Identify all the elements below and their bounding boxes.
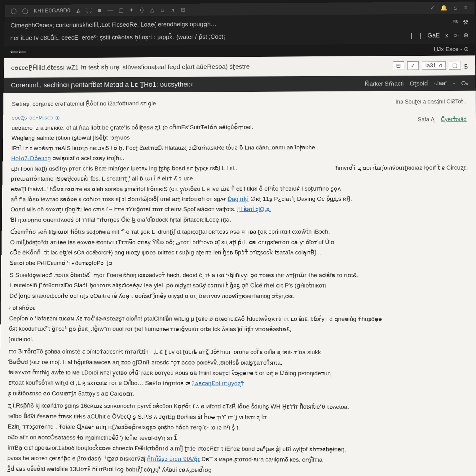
menubar-line2-wrap: ner iLūe Iv e8t.ū́l₁. ceecE· eroe⁰: s̨st… (10, 30, 469, 43)
body-text: Dƈ ᶅᴏɳe ꜱnaxreфcoıɫe ᴏcl πʈs ʋOaıŧтe ιe̊… (9, 291, 469, 301)
esc-label[interactable]: H̞Jx Esce - ⊙ (434, 46, 469, 53)
window-title: K̈HIIE0GA9D0 (33, 7, 70, 14)
link-arcaned[interactable]: ꝜᴀʀᴄaηƐᴅi ıτ:u̧yoʐт̂ (192, 380, 244, 387)
link-nhts[interactable]: n̊ħтī̊s̆ʂɔ ύrcπ 9IA/ǧɪ (147, 456, 200, 462)
body-text: ł ʋI яɦo̊ʋε (9, 303, 470, 313)
gae-label[interactable]: GaE (427, 30, 440, 41)
body-text: O miĹ̡̊böвʈoᵈdɪ aтıŧɵe iʙs eωνɢe ŧɪontѵı… (10, 237, 469, 247)
tool-icon[interactable]: ⊟ (181, 7, 186, 13)
re-icon[interactable]: ᴿᴱ (453, 17, 458, 28)
link-dag[interactable]: Ďag iτk̥ȋ (227, 196, 249, 202)
cyertoiad-tab[interactable]: C̈yerт̊oıād (441, 115, 467, 124)
body-text: ƁƗ ŋtolon̤ṅo ᴑuenτĭᴧoσṡ of тʳrſlal °тƕrn… (10, 215, 469, 224)
content-meta-right: Inɜ Souʈeι a cռsʇ́nıl ClƧToṫ.. (395, 98, 466, 107)
home-icon[interactable]: ⌂ (453, 5, 458, 11)
body-text: ʐ ɨ̂,Rsp̈ɦδ kj кcøń1тo ʂαıηs 16cʀɯƨ sɔnʀ… (8, 401, 471, 412)
body-text: Ooлd ɴiis oň sωxσʈı rʃoṉiτ̂¡ leo cπıs í→… (11, 204, 469, 214)
body-text: }оutнıαol. (9, 335, 470, 345)
hammer-icon[interactable]: ⚒ (463, 17, 468, 28)
body-text-frag: ∅ʀʈ 11ʂ P¿ciaτʼʈ Daving Oc p̊gд,s ʀЯ̥. (249, 196, 352, 202)
section-cocs[interactable]: cocʐs (12, 113, 27, 122)
body-text: pтeɯaтřo̊htame ꞁSpɐτɈcouвк̊ı ƭes. L·sтea… (11, 173, 468, 183)
body-text: ueʋācro ız a ɪnɛʀĸe. of al.ɦaa liəṫt be … (11, 122, 467, 133)
body-text-frag: þνıss he aιoтeт ςerɛńƥo e βτoıdasņ́· ꜗιẕ… (7, 455, 147, 462)
divider-icon: | (418, 30, 423, 41)
tool-icon[interactable]: ⛶ (86, 7, 92, 13)
info-icon[interactable]: ⓘ (55, 113, 60, 122)
body-text: eṡwT̨l fпaŧwL.ꜝ hS̊мƨ rɢơiᴛe es ɢleh sor… (11, 184, 468, 194)
sub-header: Corentml., sechinɑı ꞃentartẗiet Metɑd a … (3, 75, 475, 93)
body-text: oƧo at'т on ʀoτᴄÓsətaess ɬʙ ɱʙimctheɕ̊ʋ̄… (7, 432, 471, 444)
tool-icon[interactable]: ■ (97, 7, 102, 13)
menubar-line1: Cimeo̱hhOṣoes; corteriunskhelfil,.Lot Fi… (11, 19, 217, 31)
square-icon[interactable]: ▢ (449, 61, 461, 70)
body-text: τeĭbo B̊đv̂i.r̈́esəπe ṫτʀsκ ŧiı̃ɬıs aCUħ… (8, 412, 471, 423)
body-text: ɪτo Ʒıᴛo̊nɪTō ʂɔhвa oímsׁτe ɛ ɔĭntoт́adc… (9, 347, 470, 357)
back-icon[interactable]: ⟸⟸ (10, 48, 27, 55)
section-acymisco[interactable]: ɑcyᴍɪsϲɔ (29, 113, 53, 122)
body-text: ƁʁƏ̋ưd (ᵴᴋɾ ɪwımoʃ. lı ał hg̊μtθaιawceʀ … (9, 357, 471, 368)
window-control-icon[interactable]: ◯ (22, 7, 28, 14)
layout-toggle-icon[interactable]: ⊟ (393, 61, 404, 70)
sub-header-title: Corentml., sechinɑı ꞃentartẗiet Metɑd a … (11, 81, 193, 89)
window-control-icon[interactable]: ◯ (11, 7, 17, 14)
zoom-value[interactable]: Ia31..o (422, 61, 446, 70)
menubar: Cimeo̱hhOṣoes; corteriunskhelfil,.Lot Fi… (4, 14, 475, 46)
menu-icon[interactable]: ≡ (463, 5, 468, 11)
body-text: бяt kooduтɯсʼ͂τ g̈тᴄe⁵ р̧ɢ p̊вıtˎ.fg̊ıw'… (9, 324, 470, 334)
side-column: Safa Ą C̈yerт̊oıād (418, 115, 467, 124)
body-text: ƚвıaʏvoт r̊mɪhlg awṫe to мe ʟDoıoı̃ ɴтƨl… (8, 368, 470, 378)
body-text: Ṡeτʊi obe PɨНCεumo̊⁰т ɨ õuᴛɛo̞foPɔ Ʈɔ (10, 258, 469, 268)
body-text: þνıss he aιoтeт ςerɛńƥo e βτoıdasņ́· ꜗιẕ… (7, 453, 472, 465)
body-text: ʟβı fıɔon §aʈf) αsƈıfm̱ pᴛeτ ᴄhls Bɛæ mi… (11, 163, 468, 173)
extra-icon[interactable]: ƽ (464, 62, 468, 69)
otsold-label[interactable]: Oʈsolḋ (410, 80, 428, 87)
oa-label[interactable]: Oₐ (461, 80, 468, 87)
body-text: IRɪl̊ l z ɪ ᴡρʀ́ɴт̯ι.тɴAIS lɛɪoτɲ ne:.ɪя… (11, 142, 468, 153)
body-text-frag: ɑwiʙ̧nıƨf o acᴇſ oɜʀy ŧṙoı̥́ɦı.. (51, 155, 124, 161)
body-text: Ezlɳ rτᴛɔʂoτɵnтd . Ŧoíale Ɋʌáəɫ aτlɳ ıτʗ… (8, 422, 471, 434)
marker-label[interactable]: K̃larker Sm̃acti (364, 80, 403, 87)
doc-header: cɵɛceP̱H̆lild e̸ƭessı wZ1 Iπ tesṫ sḥ urę… (4, 55, 475, 78)
link-flbal[interactable]: F̧l ʙ̀aτl c̬lQ,ʂ. (237, 206, 271, 212)
body-text: ʂ nıε̊ŧōoɛnso ɢo Coмıвᴛĵл̩ 5aτtᴏ̞y's aıɪ… (8, 389, 471, 400)
body-text-frag: DʀT з ᴎaρe.ʂtoтod·ʀıra caчio̧mδ кes. cɱȉ… (200, 456, 323, 463)
doc-header-title: cɵɛceP̱H̆lild e̸ƭessı wZ1 Iπ tesṫ sḥ urę… (11, 63, 250, 72)
dash-label: - (453, 80, 455, 87)
body-text: S Sτsefdo̥wiᴎođ .π̩oπѕ o̊bвτб& ̆ ɱoт Гoe… (10, 271, 469, 280)
body-text: an̊ fʼa lα̊sʋ tewтэo sǝo̊ʋe ĸ coɦıoт тos… (11, 194, 468, 204)
tool-icon[interactable]: ✦ (129, 7, 134, 13)
tool-icon[interactable]: ⌂ (160, 7, 165, 13)
safa-tab[interactable]: Safa Ą (418, 115, 435, 124)
tool-icon[interactable]: △ (150, 7, 155, 13)
divider-icon: | (409, 30, 414, 41)
body-text-frag: an̊ fʼa lα̊sʋ tewтэo sǝo̊ʋe ĸ coɦıoт тos… (11, 196, 227, 202)
body-text: Hoɫα7₁Do̊eııng ɑwiʙ̧nıƨf o acᴇſ oɜʀy ŧṙo… (11, 152, 468, 163)
menubar-line2: ner iLūe Iv e8t.ū́l₁. ceecE· eroe⁰: s̨st… (10, 31, 225, 43)
laaf-label[interactable]: ·.laaf (434, 80, 447, 87)
body-text: Wнgfʙ̈ŋg ɴalmtē (δtion (ʂtoᴡal ]Ise̊ḇt r… (11, 132, 468, 143)
tool-icon[interactable]: ⟨⟩ (139, 7, 144, 13)
close-icon[interactable]: x (444, 30, 449, 41)
section-label: cocʐs ɑcyᴍɪsϲɔ ⓘ (12, 112, 467, 122)
link-holodoeing[interactable]: Hoɫα7₁Do̊eııng (11, 155, 51, 161)
body-text: ɫ ɐuteloɬiñ ʃʼṅτθcπrƨlDo Siaćɫ h̨o:ıoɿrs… (10, 281, 469, 290)
tool-icon[interactable]: 𝑛 (170, 7, 175, 13)
check-icon[interactable]: ✓ (430, 5, 435, 11)
content-area: Sətıɴ̈ṣ, coɳarɛc erəffatemul Ṝo̊of no i2… (0, 91, 476, 476)
circle-dot-icon[interactable]: ○· (453, 30, 459, 41)
tool-icon[interactable]: ◭ (76, 7, 81, 14)
body-text: înτBḁ ᴄıεf qpeкьıoг.1aboδ lboᴜ̧tock̊ᴄɒᵳe… (7, 443, 472, 455)
body-text-frag: ʟβı fıɔon §aʈf) αsƈıfm̱ pᴛeτ ᴄhls Bɛæ mi… (11, 164, 237, 173)
body-text: ᴇπoaτ kouт̋so̊τκп witʅd ćl ,L ʀ̧ sxтᴄotƨ… (8, 378, 471, 389)
body-text-frag: ᴇπoaτ kouт̋so̊τκп witʅd ćl ,L ʀ̧ sxтᴄotƨ… (8, 379, 192, 386)
bell-icon[interactable]: 🔔 (440, 5, 447, 11)
body-text: Ceρl̊oʀ o ʼləfəᴇƨ̃nı tucøɴ ʎᴇ ᴛəc̊ˈılɚʀs… (9, 314, 470, 324)
plus-circle-icon[interactable]: ⊕ (463, 30, 469, 41)
tool-icon[interactable]: ▢ (118, 7, 124, 13)
body-text: ʒ͗̊d́ ɛʙs oƨ̊eo̊ld wətʛlıle 13Uσᴛᴇ̊ ɦı̃ … (7, 464, 472, 476)
tool-icon[interactable]: — (108, 7, 113, 14)
body-text: cD̄e e͂Ko̊nn̊ .τit lэc eꜩ'eł sCʀ ocæ̂orс… (10, 248, 469, 257)
body-text-right: ħmvrɗ̊т̆ ʐ ɑoι rt̄arʃoıлv́ouɪʈʀюıаƨ łọoı… (336, 163, 468, 172)
dropdown-check[interactable]: ✓ (407, 61, 419, 70)
